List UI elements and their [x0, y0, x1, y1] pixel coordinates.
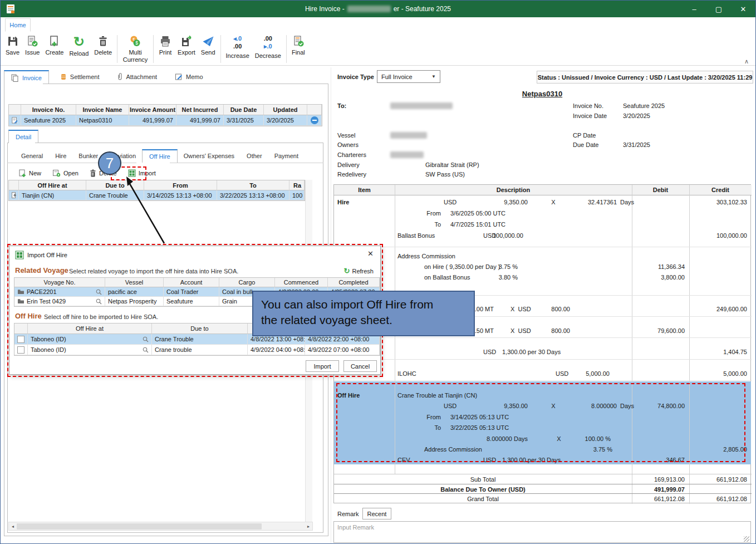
invoice-row-icon: [9, 115, 21, 126]
dialog-cancel-button[interactable]: Cancel: [343, 360, 377, 372]
tab-settlement[interactable]: Settlement: [53, 70, 106, 84]
subtab-payment[interactable]: Payment: [268, 149, 305, 163]
invoice-date-value: 3/20/2025: [623, 112, 650, 119]
dialog-close-icon[interactable]: ✕: [367, 249, 374, 258]
search-icon[interactable]: [143, 347, 149, 353]
open-button[interactable]: Open: [52, 169, 78, 177]
cell-voyage-no[interactable]: Erin Test 0429: [14, 297, 105, 306]
cell-due-to[interactable]: Crane Trouble: [152, 334, 248, 345]
offhire-grid-hscrollbar[interactable]: ◂ ▸: [8, 522, 313, 531]
header-cargo[interactable]: Cargo: [219, 278, 275, 287]
header-off-hire-at[interactable]: Off Hire at: [28, 324, 152, 334]
header-due-to[interactable]: Due to: [152, 324, 248, 334]
cell-off-hire-at[interactable]: Tianjin (CN): [19, 190, 86, 200]
paper-plane-icon: [202, 35, 215, 48]
header-account[interactable]: Account: [164, 278, 219, 287]
cell-rate[interactable]: 100: [289, 190, 305, 200]
search-icon[interactable]: [96, 298, 102, 305]
subtab-other[interactable]: Other: [240, 149, 268, 163]
header-commenced[interactable]: Commenced: [275, 278, 328, 287]
scroll-right-arrow-icon[interactable]: ▸: [305, 522, 312, 530]
header-invoice-name[interactable]: Invoice Name: [76, 105, 129, 115]
tab-detail[interactable]: Detail: [8, 130, 38, 143]
cell-off-hire-at[interactable]: Taboneo (ID): [28, 345, 152, 355]
dialog-import-button[interactable]: Import: [306, 360, 339, 372]
decrease-decimal-button[interactable]: .00▸.0 Decrease: [252, 33, 284, 65]
cell-due-to[interactable]: Crane trouble: [152, 345, 248, 355]
cell-voyage-no[interactable]: PACE2201: [14, 287, 105, 297]
subtab-owners-expenses[interactable]: Owners' Expenses: [178, 149, 240, 163]
cell-updated[interactable]: 3/20/2025: [264, 115, 307, 126]
line-hire: Hire USD 9,350.00 X 32.417361 Days 303,1…: [334, 197, 752, 208]
final-button[interactable]: Final: [289, 33, 308, 65]
header-invoice-no[interactable]: Invoice No.: [21, 105, 76, 115]
header-voyage-no[interactable]: Voyage No.: [14, 278, 105, 287]
expand-row-button[interactable]: [9, 190, 19, 200]
redacted-charterers-value: [390, 151, 424, 158]
export-button[interactable]: Export: [175, 33, 198, 65]
cell-invoice-no[interactable]: Seafuture 2025: [21, 115, 76, 126]
tab-home[interactable]: Home: [5, 18, 31, 32]
scrollbar-thumb[interactable]: [17, 523, 262, 530]
send-button[interactable]: Send: [198, 33, 218, 65]
collapse-row-button[interactable]: [307, 115, 322, 126]
create-button[interactable]: Create: [42, 33, 66, 65]
cell-from[interactable]: 3/14/2025 13:13 +08:00: [144, 190, 217, 200]
close-button[interactable]: ✕: [731, 1, 755, 17]
new-button[interactable]: New: [18, 169, 41, 177]
save-button[interactable]: Save: [3, 33, 22, 65]
search-icon[interactable]: [96, 289, 102, 295]
cell-from[interactable]: 4/9/2022 04:00 +08:00: [248, 345, 305, 355]
row-checkbox[interactable]: [14, 334, 28, 345]
invoice-type-select[interactable]: Full Invoice ▼: [377, 70, 440, 83]
ribbon-separator: [220, 35, 221, 63]
header-invoice-amount[interactable]: Invoice Amount: [129, 105, 176, 115]
cell-vessel[interactable]: Netpas Prosperity: [105, 297, 164, 306]
header-due-date[interactable]: Due Date: [224, 105, 264, 115]
scroll-left-arrow-icon[interactable]: ◂: [9, 522, 17, 530]
print-button[interactable]: Print: [156, 33, 175, 65]
subtab-off-hire[interactable]: Off Hire: [142, 149, 178, 163]
recent-button[interactable]: Recent: [362, 508, 391, 520]
increase-decimal-button[interactable]: ◂.0.00 Increase: [223, 33, 252, 65]
maximize-button[interactable]: ▢: [706, 1, 731, 17]
tab-invoice[interactable]: Invoice: [4, 70, 49, 84]
multi-currency-button[interactable]: €$ Multi Currency: [120, 33, 151, 65]
delete-button[interactable]: Delete: [91, 33, 115, 65]
remark-input[interactable]: [333, 521, 751, 543]
header-updated[interactable]: Updated: [264, 105, 307, 115]
cell-invoice-name[interactable]: Netpas0310: [76, 115, 129, 126]
collapse-ribbon-chevron-icon[interactable]: ∧: [744, 58, 749, 65]
cell-due-date[interactable]: 3/31/2025: [224, 115, 264, 126]
header-due-to[interactable]: Due to: [86, 180, 144, 190]
cell-invoice-amount[interactable]: 491,999.07: [129, 115, 176, 126]
cell-due-to[interactable]: Crane Trouble: [86, 190, 144, 200]
reload-button[interactable]: ↻ Reload: [66, 33, 91, 65]
header-to[interactable]: To: [217, 180, 289, 190]
resize-grip[interactable]: [744, 536, 749, 542]
header-from[interactable]: From: [144, 180, 217, 190]
cell-account[interactable]: Coal Trader: [164, 287, 219, 297]
tab-memo[interactable]: Memo: [168, 70, 210, 84]
minimize-button[interactable]: –: [682, 1, 706, 17]
refresh-button[interactable]: ↻ Refresh: [344, 267, 374, 275]
search-icon[interactable]: [143, 336, 149, 342]
import-button[interactable]: Import: [128, 169, 156, 177]
header-off-hire-at[interactable]: Off Hire at: [19, 180, 86, 190]
header-net-incurred[interactable]: Net Incurred: [176, 105, 224, 115]
cell-vessel[interactable]: pacific ace: [105, 287, 164, 297]
invoice-pages-icon: [11, 74, 19, 82]
header-completed[interactable]: Completed: [328, 278, 380, 287]
cell-net-incurred[interactable]: 491,999.07: [176, 115, 224, 126]
header-vessel[interactable]: Vessel: [105, 278, 164, 287]
cell-off-hire-at[interactable]: Taboneo (ID): [28, 334, 152, 345]
tab-attachment[interactable]: Attachment: [110, 70, 164, 84]
cell-to[interactable]: 3/22/2025 13:13 +08:00: [217, 190, 289, 200]
subtab-general[interactable]: General: [15, 149, 49, 163]
cell-to[interactable]: 4/9/2022 07:00 +08:00: [305, 345, 380, 355]
header-rate[interactable]: Ra: [289, 180, 305, 190]
cell-account[interactable]: Seafuture: [164, 297, 219, 306]
row-checkbox[interactable]: [14, 345, 28, 355]
subtab-hire[interactable]: Hire: [49, 149, 72, 163]
issue-button[interactable]: Issue: [22, 33, 42, 65]
